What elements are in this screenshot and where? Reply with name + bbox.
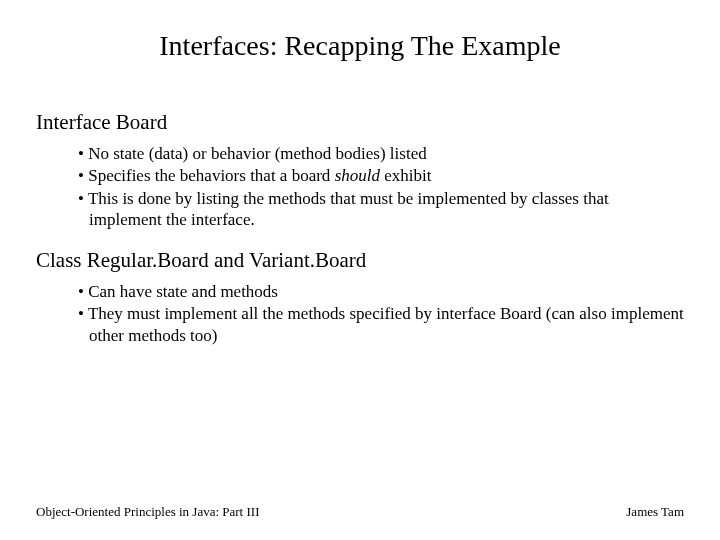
bullet-icon: • (78, 189, 88, 208)
section-heading: Interface Board (36, 110, 684, 135)
bullet-icon: • (78, 144, 88, 163)
list-item: • They must implement all the methods sp… (78, 303, 684, 346)
bullet-text: They must implement all the methods spec… (88, 304, 684, 344)
bullet-list: • No state (data) or behavior (method bo… (78, 143, 684, 230)
bullet-icon: • (78, 166, 88, 185)
footer-left: Object-Oriented Principles in Java: Part… (36, 504, 259, 520)
bullet-text: This is done by listing the methods that… (88, 189, 609, 229)
bullet-list: • Can have state and methods • They must… (78, 281, 684, 346)
list-item: • No state (data) or behavior (method bo… (78, 143, 684, 164)
slide-title: Interfaces: Recapping The Example (36, 30, 684, 62)
section-heading: Class Regular.Board and Variant.Board (36, 248, 684, 273)
section-1: Interface Board • No state (data) or beh… (36, 110, 684, 230)
section-2: Class Regular.Board and Variant.Board • … (36, 248, 684, 346)
bullet-text: Specifies the behaviors that a board (88, 166, 334, 185)
bullet-text: No state (data) or behavior (method bodi… (88, 144, 426, 163)
list-item: • This is done by listing the methods th… (78, 188, 684, 231)
bullet-text: Can have state and methods (88, 282, 278, 301)
list-item: • Can have state and methods (78, 281, 684, 302)
slide-footer: Object-Oriented Principles in Java: Part… (36, 504, 684, 520)
bullet-em: should (335, 166, 380, 185)
bullet-icon: • (78, 282, 88, 301)
list-item: • Specifies the behaviors that a board s… (78, 165, 684, 186)
bullet-post: exhibit (380, 166, 431, 185)
footer-right: James Tam (626, 504, 684, 520)
bullet-icon: • (78, 304, 88, 323)
